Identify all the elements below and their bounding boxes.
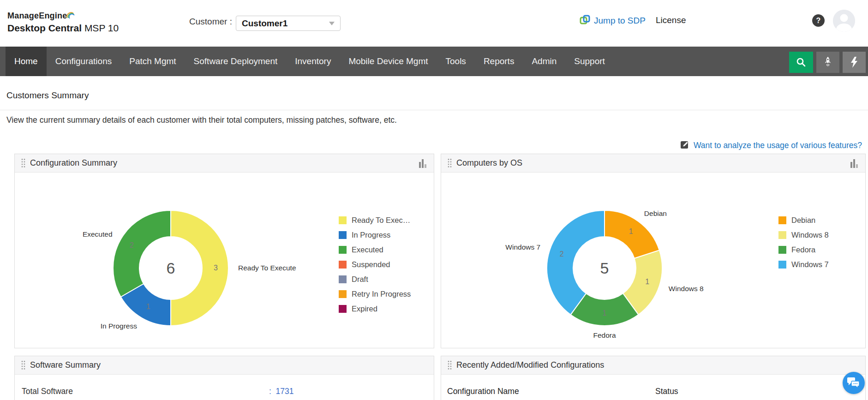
drag-handle-icon[interactable] — [21, 360, 25, 370]
chat-button[interactable] — [843, 372, 865, 394]
legend-item[interactable]: Suspended — [339, 257, 411, 272]
nav-item-patch-mgmt[interactable]: Patch Mgmt — [120, 47, 185, 76]
slice-name-label: Debian — [644, 209, 667, 217]
brand-logo: ManageEngine Desktop Central MSP 10 — [7, 11, 119, 34]
edit-icon — [680, 140, 690, 151]
legend-swatch-icon — [778, 216, 786, 224]
slice-name-label: Windows 7 — [505, 243, 540, 251]
getting-started-button[interactable] — [816, 52, 839, 73]
slice-name-label: Fedora — [593, 331, 616, 339]
legend-swatch-icon — [778, 246, 786, 254]
search-icon — [796, 57, 807, 68]
legend-label: Retry In Progress — [352, 290, 411, 299]
customer-select[interactable]: Customer1 — [236, 16, 341, 31]
slice-value-label: 1 — [629, 227, 633, 235]
slice-name-label: Executed — [83, 230, 113, 238]
nav-item-software-deployment[interactable]: Software Deployment — [185, 47, 287, 76]
legend-label: Executed — [352, 245, 383, 254]
panel-configuration-summary: Configuration Summary 3Ready To Execute1… — [14, 154, 434, 348]
chat-icon — [847, 376, 861, 389]
customer-select-value: Customer1 — [242, 18, 329, 29]
person-icon — [833, 10, 855, 32]
search-button[interactable] — [789, 52, 813, 73]
chart-legend: DebianWindows 8FedoraWindows 7 — [778, 213, 829, 272]
panel-software-summary: Software Summary Total Software : 1731 — [14, 356, 434, 400]
chart-type-icon[interactable] — [419, 159, 427, 168]
legend-swatch-icon — [339, 231, 347, 239]
legend-item[interactable]: Executed — [339, 242, 411, 257]
license-link[interactable]: License — [656, 15, 686, 25]
slice-value-label: 3 — [214, 264, 218, 272]
legend-label: Suspended — [352, 260, 390, 269]
panel-header: Configuration Summary — [15, 154, 434, 173]
legend-swatch-icon — [339, 246, 347, 254]
dropdown-arrow-icon — [329, 22, 335, 25]
chart-legend: Ready To Exec…In ProgressExecutedSuspend… — [339, 213, 411, 316]
panel-computers-by-os: Computers by OS 1Debian1Windows 81Fedora… — [441, 154, 866, 348]
analyze-usage-label: Want to analyze the usage of various fea… — [694, 141, 862, 150]
panel-header: Recently Added/Modified Configurations — [441, 356, 865, 375]
nav-item-support[interactable]: Support — [565, 47, 614, 76]
quick-actions-button[interactable] — [843, 52, 866, 73]
nav-item-reports[interactable]: Reports — [475, 47, 523, 76]
nav-item-admin[interactable]: Admin — [523, 47, 565, 76]
legend-label: Draft — [352, 275, 368, 284]
legend-item[interactable]: Draft — [339, 272, 411, 287]
jump-to-sdp-label: Jump to SDP — [594, 16, 646, 26]
panel-title: Computers by OS — [456, 158, 845, 168]
legend-item[interactable]: Fedora — [778, 242, 829, 257]
legend-swatch-icon — [339, 305, 347, 313]
panel-title: Software Summary — [30, 360, 427, 370]
top-header: ManageEngine Desktop Central MSP 10 Cust… — [0, 0, 868, 47]
panel-title: Recently Added/Modified Configurations — [456, 360, 859, 370]
slice-name-label: In Progress — [101, 322, 138, 330]
drag-handle-icon[interactable] — [448, 360, 452, 370]
donut-center-total: 6 — [167, 259, 175, 277]
drag-handle-icon[interactable] — [448, 158, 452, 168]
page-description: View the current summary details of each… — [6, 115, 397, 125]
donut-slice-executed[interactable] — [113, 210, 171, 297]
help-icon[interactable]: ? — [812, 14, 825, 27]
legend-item[interactable]: Ready To Exec… — [339, 213, 411, 227]
avatar[interactable] — [833, 10, 855, 32]
legend-item[interactable]: Retry In Progress — [339, 287, 411, 301]
total-software-value-link[interactable]: : 1731 — [269, 387, 294, 396]
lightning-icon — [849, 56, 859, 68]
legend-swatch-icon — [778, 261, 786, 269]
rocket-icon — [822, 56, 833, 68]
computers-by-os-donut-chart[interactable]: 1Debian1Windows 81Fedora2Windows 75Debia… — [441, 173, 865, 347]
legend-label: Ready To Exec… — [352, 216, 410, 225]
nav-item-home[interactable]: Home — [6, 47, 47, 76]
divider — [0, 110, 868, 110]
legend-label: Windows 7 — [791, 260, 829, 269]
page-title: Customers Summary — [6, 90, 89, 101]
chart-type-icon[interactable] — [850, 159, 859, 168]
nav-icon-buttons — [789, 52, 866, 73]
legend-item[interactable]: Expired — [339, 301, 411, 316]
analyze-usage-link[interactable]: Want to analyze the usage of various fea… — [680, 140, 862, 151]
column-header-configuration-name: Configuration Name — [447, 387, 519, 396]
nav-item-tools[interactable]: Tools — [437, 47, 475, 76]
legend-item[interactable]: In Progress — [339, 227, 411, 242]
legend-item[interactable]: Windows 7 — [778, 257, 829, 272]
donut-slice-ready-to-execute[interactable] — [171, 210, 228, 326]
legend-item[interactable]: Windows 8 — [778, 227, 829, 242]
jump-to-sdp-link[interactable]: Jump to SDP — [580, 14, 646, 27]
nav-item-configurations[interactable]: Configurations — [47, 47, 121, 76]
nav-item-mobile-device-mgmt[interactable]: Mobile Device Mgmt — [340, 47, 437, 76]
legend-label: Debian — [791, 216, 815, 225]
customer-label: Customer : — [189, 17, 232, 27]
slice-value-label: 1 — [146, 303, 150, 310]
slice-value-label: 2 — [130, 241, 134, 249]
legend-label: In Progress — [352, 231, 390, 239]
slice-value-label: 2 — [560, 250, 564, 258]
legend-swatch-icon — [339, 261, 347, 269]
drag-handle-icon[interactable] — [21, 158, 25, 168]
configuration-summary-donut-chart[interactable]: 3Ready To Execute1In Progress2Executed6R… — [15, 173, 434, 347]
legend-label: Fedora — [791, 245, 815, 254]
donut-center-total: 5 — [600, 259, 609, 277]
nav-item-inventory[interactable]: Inventory — [286, 47, 340, 76]
legend-item[interactable]: Debian — [778, 213, 829, 227]
panel-recent-configurations: Recently Added/Modified Configurations C… — [441, 356, 866, 400]
brand-name: ManageEngine — [7, 11, 67, 20]
